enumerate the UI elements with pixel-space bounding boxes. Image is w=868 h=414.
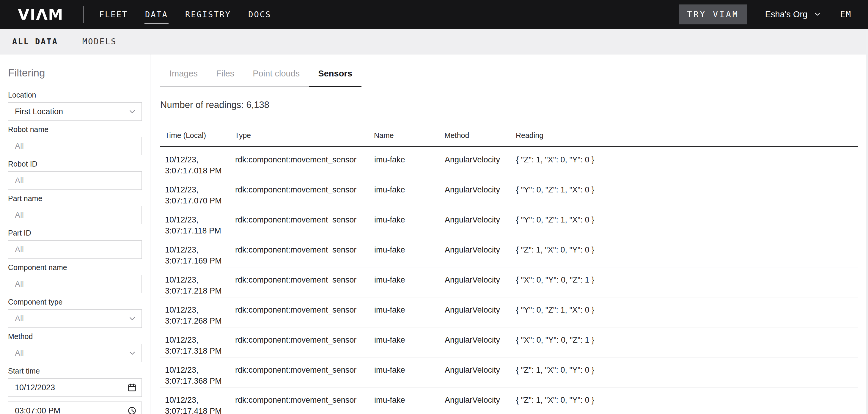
cell-type: rdk:component:movement_sensor [235, 297, 374, 327]
nav-item-registry[interactable]: REGISTRY [185, 0, 231, 29]
location-label: Location [8, 91, 142, 99]
cell-type: rdk:component:movement_sensor [235, 357, 374, 387]
cell-time-date: 10/12/23, [165, 244, 235, 256]
column-header-type: Type [235, 131, 374, 147]
try-viam-button[interactable]: TRY VIAM [679, 4, 747, 24]
cell-time-clock: 3:07:17.218 PM [165, 286, 235, 297]
start-time-value: 03:07:00 PM [15, 406, 127, 414]
part-id-input[interactable] [8, 240, 142, 259]
scrollbar-track[interactable] [866, 29, 868, 414]
component-name-field: Component name [8, 263, 142, 293]
cell-time-clock: 3:07:17.018 PM [165, 165, 235, 176]
robot-name-input[interactable] [8, 137, 142, 155]
subnav-item-all-data[interactable]: ALL DATA [12, 37, 58, 46]
cell-time-date: 10/12/23, [165, 334, 235, 346]
component-type-label: Component type [8, 298, 142, 306]
secondary-navbar: ALL DATA MODELS [0, 29, 868, 54]
location-field: Location First Location [8, 91, 142, 121]
cell-name: imu-fake [374, 177, 444, 207]
cell-time-date: 10/12/23, [165, 214, 235, 226]
main-area: Filtering Location First Location Robot … [0, 54, 868, 414]
column-header-time: Time (Local) [160, 131, 235, 147]
nav-item-docs[interactable]: DOCS [248, 0, 271, 29]
robot-name-label: Robot name [8, 125, 142, 134]
component-type-select-value: All [15, 314, 128, 323]
cell-name: imu-fake [374, 357, 444, 387]
subnav-item-models[interactable]: MODELS [82, 37, 117, 46]
org-switcher[interactable]: Esha's Org [765, 9, 822, 20]
nav-item-data[interactable]: DATA [145, 0, 168, 29]
method-select-value: All [15, 349, 128, 358]
location-select-value: First Location [15, 107, 128, 116]
part-name-label: Part name [8, 194, 142, 203]
component-type-select[interactable]: All [8, 309, 142, 328]
start-date-input[interactable]: 10/12/2023 [8, 378, 142, 397]
cell-reading: { "Z": 1, "X": 0, "Y": 0 } [516, 387, 858, 414]
table-row: 10/12/23, 3:07:17.118 PM rdk:component:m… [160, 207, 858, 237]
cell-time-clock: 3:07:17.118 PM [165, 226, 235, 236]
method-label: Method [8, 332, 142, 341]
nav-item-fleet[interactable]: FLEET [99, 0, 128, 29]
start-time-label: Start time [8, 367, 142, 375]
data-type-tabs: Images Files Point clouds Sensors [160, 68, 362, 87]
cell-reading: { "Y": 0, "Z": 1, "X": 0 } [516, 297, 858, 327]
cell-time-date: 10/12/23, [165, 395, 235, 406]
location-select[interactable]: First Location [8, 102, 142, 121]
user-menu[interactable]: EM [840, 9, 851, 19]
cell-reading: { "X": 0, "Y": 0, "Z": 1 } [516, 327, 858, 357]
table-row: 10/12/23, 3:07:17.218 PM rdk:component:m… [160, 267, 858, 297]
tab-sensors[interactable]: Sensors [309, 68, 361, 86]
cell-type: rdk:component:movement_sensor [235, 267, 374, 297]
table-row: 10/12/23, 3:07:17.368 PM rdk:component:m… [160, 357, 858, 387]
component-type-field: Component type All [8, 298, 142, 328]
component-name-input[interactable] [8, 275, 142, 293]
column-header-name: Name [374, 131, 444, 147]
clock-icon[interactable] [127, 406, 137, 414]
calendar-icon[interactable] [127, 383, 137, 392]
cell-type: rdk:component:movement_sensor [235, 327, 374, 357]
tab-point-clouds[interactable]: Point clouds [244, 68, 309, 86]
cell-method: AngularVelocity [444, 237, 516, 267]
viam-logo[interactable]: VIΛM [18, 7, 64, 22]
cell-time: 10/12/23, 3:07:17.268 PM [160, 297, 235, 327]
start-time-input[interactable]: 03:07:00 PM [8, 402, 142, 414]
part-id-label: Part ID [8, 229, 142, 237]
cell-name: imu-fake [374, 207, 444, 237]
top-navbar: VIΛM FLEET DATA REGISTRY DOCS TRY VIAM E… [0, 0, 868, 29]
cell-reading: { "X": 0, "Y": 0, "Z": 1 } [516, 267, 858, 297]
cell-time: 10/12/23, 3:07:17.018 PM [160, 147, 235, 177]
cell-reading: { "Z": 1, "X": 0, "Y": 0 } [516, 147, 858, 177]
robot-name-field: Robot name [8, 125, 142, 155]
cell-reading: { "Z": 1, "X": 0, "Y": 0 } [516, 237, 858, 267]
column-header-method: Method [444, 131, 516, 147]
cell-time-clock: 3:07:17.169 PM [165, 256, 235, 266]
cell-name: imu-fake [374, 387, 444, 414]
cell-time-clock: 3:07:17.318 PM [165, 346, 235, 357]
chevron-down-icon [128, 107, 137, 116]
table-body: 10/12/23, 3:07:17.018 PM rdk:component:m… [160, 147, 858, 414]
cell-time: 10/12/23, 3:07:17.368 PM [160, 357, 235, 387]
cell-method: AngularVelocity [444, 267, 516, 297]
cell-reading: { "Z": 1, "X": 0, "Y": 0 } [516, 357, 858, 387]
cell-method: AngularVelocity [444, 147, 516, 177]
cell-method: AngularVelocity [444, 357, 516, 387]
cell-time-clock: 3:07:17.368 PM [165, 376, 235, 387]
chevron-down-icon [128, 349, 137, 357]
table-row: 10/12/23, 3:07:17.018 PM rdk:component:m… [160, 147, 858, 177]
cell-time: 10/12/23, 3:07:17.218 PM [160, 267, 235, 297]
robot-id-label: Robot ID [8, 160, 142, 168]
method-select[interactable]: All [8, 344, 142, 362]
table-row: 10/12/23, 3:07:17.169 PM rdk:component:m… [160, 237, 858, 267]
chevron-down-icon [813, 9, 822, 20]
tab-files[interactable]: Files [207, 68, 244, 86]
cell-time-clock: 3:07:17.070 PM [165, 196, 235, 206]
robot-id-input[interactable] [8, 171, 142, 190]
part-name-input[interactable] [8, 206, 142, 224]
cell-type: rdk:component:movement_sensor [235, 147, 374, 177]
cell-type: rdk:component:movement_sensor [235, 177, 374, 207]
robot-id-field: Robot ID [8, 160, 142, 190]
cell-time: 10/12/23, 3:07:17.418 PM [160, 387, 235, 414]
cell-type: rdk:component:movement_sensor [235, 207, 374, 237]
tab-images[interactable]: Images [160, 68, 207, 86]
cell-time-date: 10/12/23, [165, 365, 235, 376]
